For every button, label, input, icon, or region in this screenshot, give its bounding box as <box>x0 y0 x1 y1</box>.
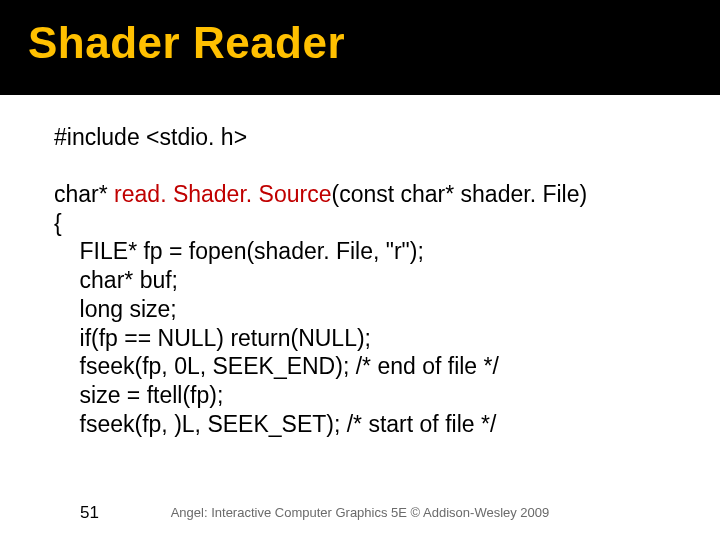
code-line: { <box>54 209 720 238</box>
attribution-text: Angel: Interactive Computer Graphics 5E … <box>0 505 720 520</box>
code-block: #include <stdio. h> char* read. Shader. … <box>0 95 720 439</box>
code-text: (const char* shader. File) <box>331 181 587 207</box>
code-line: #include <stdio. h> <box>54 123 720 152</box>
code-line: fseek(fp, )L, SEEK_SET); /* start of fil… <box>54 410 720 439</box>
blank-line <box>54 152 720 180</box>
code-line: char* read. Shader. Source(const char* s… <box>54 180 720 209</box>
code-line: size = ftell(fp); <box>54 381 720 410</box>
slide-footer: 51 Angel: Interactive Computer Graphics … <box>0 505 720 520</box>
code-line: fseek(fp, 0L, SEEK_END); /* end of file … <box>54 352 720 381</box>
code-text: char* <box>54 181 114 207</box>
code-line: char* buf; <box>54 266 720 295</box>
code-line: FILE* fp = fopen(shader. File, "r"); <box>54 237 720 266</box>
function-name: read. Shader. Source <box>114 181 331 207</box>
slide-number: 51 <box>80 503 99 523</box>
title-band: Shader Reader <box>0 0 720 95</box>
code-line: if(fp == NULL) return(NULL); <box>54 324 720 353</box>
code-line: long size; <box>54 295 720 324</box>
slide-title: Shader Reader <box>28 18 720 68</box>
